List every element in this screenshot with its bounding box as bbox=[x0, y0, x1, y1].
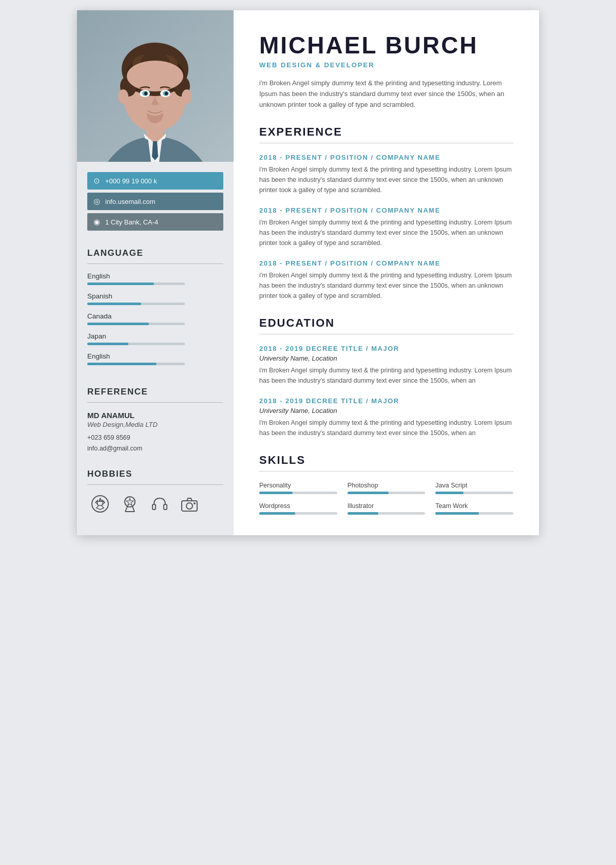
education-entry: 2018 - 2019 DECREE TITLE / MAJOR Univers… bbox=[259, 397, 513, 438]
skill-bar-bg bbox=[259, 492, 337, 494]
skill-label: Team Work bbox=[435, 502, 513, 510]
skill-bar-fill bbox=[259, 512, 295, 515]
address-contact: ◉ 1 City Bank, CA-4 bbox=[87, 213, 223, 231]
education-list: 2018 - 2019 DECREE TITLE / MAJOR Univers… bbox=[259, 345, 513, 438]
candidate-bio: i'm Broken Angel simply dummy text & the… bbox=[259, 78, 513, 110]
language-bar-fill bbox=[87, 323, 149, 325]
svg-line-39 bbox=[132, 506, 134, 512]
skill-label: Illustrator bbox=[348, 502, 426, 510]
location-icon: ◉ bbox=[93, 217, 100, 227]
email-icon: ◎ bbox=[93, 197, 100, 206]
skill-item: Wordpress bbox=[259, 502, 337, 515]
svg-point-21 bbox=[165, 92, 168, 96]
svg-point-22 bbox=[118, 89, 128, 104]
email-value: info.usemail.com bbox=[105, 198, 156, 205]
experience-heading: 2018 - PRESENT / POSITION / COMPANY NAME bbox=[259, 259, 513, 267]
language-bar-bg bbox=[87, 283, 185, 285]
education-section-title: EDUCATION bbox=[259, 316, 513, 330]
language-title: LANGUAGE bbox=[87, 248, 223, 258]
award-icon bbox=[119, 493, 141, 515]
language-label: English bbox=[87, 352, 223, 360]
skills-divider bbox=[259, 471, 513, 472]
skill-label: Java Script bbox=[435, 482, 513, 489]
email-contact: ◎ info.usemail.com bbox=[87, 193, 223, 210]
language-divider bbox=[87, 264, 223, 264]
hobbies-section: HOBBIES bbox=[77, 460, 234, 520]
language-bar-bg bbox=[87, 343, 185, 345]
skill-bar-fill bbox=[348, 512, 378, 515]
education-divider bbox=[259, 334, 513, 334]
experience-entry: 2018 - PRESENT / POSITION / COMPANY NAME… bbox=[259, 154, 513, 195]
language-bar-bg bbox=[87, 303, 185, 305]
phone-contact: ⊙ +000 99 19 000 k bbox=[87, 172, 223, 190]
education-subtitle: University Name, Location bbox=[259, 407, 513, 415]
hobbies-divider bbox=[87, 484, 223, 485]
education-text: i'm Broken Angel simply dummy text & the… bbox=[259, 365, 513, 386]
candidate-name: MICHAEL BURCH bbox=[259, 33, 513, 57]
experience-entry: 2018 - PRESENT / POSITION / COMPANY NAME… bbox=[259, 259, 513, 301]
language-bar-fill bbox=[87, 283, 154, 285]
main-content: MICHAEL BURCH WEB DESIGN & DEVELOPER i'm… bbox=[234, 10, 539, 535]
language-bar-bg bbox=[87, 323, 185, 325]
svg-rect-43 bbox=[164, 504, 167, 510]
phone-value: +000 99 19 000 k bbox=[105, 177, 157, 185]
language-label: English bbox=[87, 272, 223, 280]
skill-bar-fill bbox=[348, 492, 389, 494]
camera-icon bbox=[179, 493, 200, 515]
reference-divider bbox=[87, 402, 223, 403]
language-item: Japan bbox=[87, 332, 223, 345]
skills-grid: Personality Photoshop Java Script Wordpr… bbox=[259, 482, 513, 515]
education-text: i'm Broken Angel simply dummy text & the… bbox=[259, 418, 513, 438]
svg-marker-24 bbox=[152, 141, 158, 160]
experience-section: EXPERIENCE 2018 - PRESENT / POSITION / C… bbox=[259, 125, 513, 301]
skill-label: Photoshop bbox=[348, 482, 426, 489]
svg-point-15 bbox=[127, 61, 183, 91]
svg-line-36 bbox=[102, 504, 103, 505]
experience-divider bbox=[259, 143, 513, 143]
language-label: Canada bbox=[87, 312, 223, 320]
skill-item: Java Script bbox=[435, 482, 513, 494]
experience-text: i'm Broken Angel simply dummy text & the… bbox=[259, 217, 513, 248]
skills-section-title: SKILLS bbox=[259, 454, 513, 467]
skill-item: Team Work bbox=[435, 502, 513, 515]
reference-name: MD ANAMUL bbox=[87, 411, 223, 420]
skill-bar-bg bbox=[348, 492, 426, 494]
contact-section: ⊙ +000 99 19 000 k ◎ info.usemail.com ◉ … bbox=[77, 162, 234, 239]
svg-point-46 bbox=[194, 502, 196, 504]
candidate-title: WEB DESIGN & DEVELOPER bbox=[259, 61, 513, 69]
skill-label: Personality bbox=[259, 482, 337, 489]
language-item: Canada bbox=[87, 312, 223, 325]
svg-point-45 bbox=[186, 503, 192, 509]
skill-bar-fill bbox=[435, 492, 464, 494]
svg-marker-26 bbox=[99, 498, 102, 501]
language-section: LANGUAGE English Spanish Canada Japan En… bbox=[77, 239, 234, 378]
football-icon bbox=[89, 493, 111, 515]
education-entry: 2018 - 2019 DECREE TITLE / MAJOR Univers… bbox=[259, 345, 513, 386]
sidebar: ⊙ +000 99 19 000 k ◎ info.usemail.com ◉ … bbox=[77, 10, 234, 535]
photo-svg bbox=[77, 10, 234, 162]
language-bar-fill bbox=[87, 303, 141, 305]
headphones-icon bbox=[149, 493, 170, 515]
skill-bar-bg bbox=[259, 512, 337, 515]
language-bar-fill bbox=[87, 343, 128, 345]
language-item: Spanish bbox=[87, 292, 223, 305]
education-section: EDUCATION 2018 - 2019 DECREE TITLE / MAJ… bbox=[259, 316, 513, 438]
reference-section: REFERENCE MD ANAMUL Web Design,Media LTD… bbox=[77, 378, 234, 460]
experience-text: i'm Broken Angel simply dummy text & the… bbox=[259, 164, 513, 195]
language-label: Japan bbox=[87, 332, 223, 340]
svg-line-35 bbox=[98, 504, 99, 505]
reference-phone: +023 659 8569 bbox=[87, 432, 223, 443]
education-heading: 2018 - 2019 DECREE TITLE / MAJOR bbox=[259, 397, 513, 405]
language-item: English bbox=[87, 352, 223, 365]
reference-job-title: Web Design,Media LTD bbox=[87, 421, 223, 428]
skill-bar-fill bbox=[259, 492, 293, 494]
skills-section: SKILLS Personality Photoshop Java Script… bbox=[259, 454, 513, 515]
experience-heading: 2018 - PRESENT / POSITION / COMPANY NAME bbox=[259, 154, 513, 161]
svg-point-20 bbox=[144, 92, 147, 96]
svg-point-23 bbox=[182, 89, 192, 104]
resume-container: ⊙ +000 99 19 000 k ◎ info.usemail.com ◉ … bbox=[77, 10, 539, 535]
language-bar-fill bbox=[87, 363, 157, 365]
language-list: English Spanish Canada Japan English bbox=[87, 272, 223, 365]
experience-list: 2018 - PRESENT / POSITION / COMPANY NAME… bbox=[259, 154, 513, 301]
education-subtitle: University Name, Location bbox=[259, 354, 513, 362]
